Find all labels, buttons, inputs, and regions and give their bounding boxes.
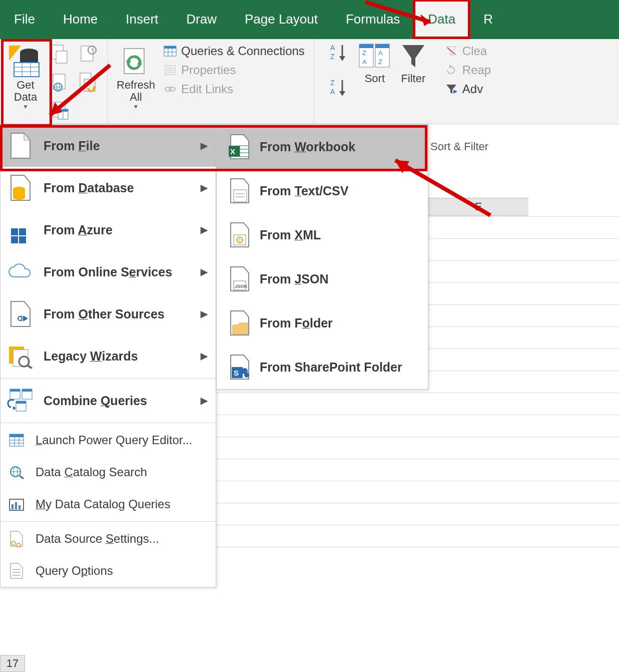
queries-connections-stack: Queries & Connections Properties Edit Li… [159,42,309,123]
refresh-all-button[interactable]: Refresh All ▼ [113,42,159,123]
menu-data-catalog-search[interactable]: Data Catalog Search [1,456,216,488]
submenu-arrow-icon: ▶ [201,266,208,277]
advanced-filter-button[interactable]: Adv [440,80,495,98]
tab-review-partial[interactable]: R [469,0,507,38]
ribbon-tabs: File Home Insert Draw Page Layout Formul… [0,0,619,39]
from-text-csv-small-button[interactable] [48,42,72,66]
advanced-filter-label: Adv [462,82,483,96]
sort-asc-icon: AZ [329,42,349,62]
menu-data-catalog-search-label: Data Catalog Search [36,465,147,479]
svg-point-67 [13,195,25,200]
row-header-17[interactable]: 17 [0,655,25,672]
recent-sources-small-button[interactable] [76,42,100,66]
get-data-icon [9,44,42,79]
menu-legacy-wizards[interactable]: Legacy Wizards ▶ [1,335,216,377]
tab-home[interactable]: Home [49,0,112,38]
folder-icon [227,309,252,337]
submenu-from-json[interactable]: JSON From JSON [217,257,428,301]
svg-rect-68 [11,228,18,235]
svg-line-79 [28,366,32,369]
reapply-icon [444,63,458,77]
menu-query-options[interactable]: Query Options [1,555,216,587]
xml-icon [227,221,252,249]
menu-from-azure-label: From Azure [44,223,113,237]
from-file-submenu: X From Workbook From Text/CSV From XML J… [216,124,428,390]
menu-from-other-sources[interactable]: From Other Sources ▶ [1,293,216,335]
from-table-small-button[interactable] [48,98,72,122]
ribbon-body: Get Data ▼ Re [0,39,619,124]
tab-page-layout[interactable]: Page Layout [231,0,332,38]
menu-data-source-settings[interactable]: Data Source Settings... [1,523,216,555]
svg-text:JSON: JSON [235,284,247,289]
sort-desc-button[interactable]: ZA [329,77,349,97]
tab-data[interactable]: Data [414,0,469,38]
svg-marker-86 [13,406,16,410]
menu-from-database[interactable]: From Database ▶ [1,167,216,209]
svg-marker-72 [11,301,30,326]
existing-connections-small-button[interactable] [76,70,100,94]
properties-button: Properties [159,61,309,79]
svg-rect-53 [375,44,389,48]
menu-from-online-services[interactable]: From Online Services ▶ [1,251,216,293]
tab-file[interactable]: File [0,0,49,38]
submenu-from-text-csv-label: From Text/CSV [260,184,348,198]
svg-marker-0 [9,46,21,61]
svg-marker-61 [453,90,457,94]
refresh-all-label: Refresh All [117,79,155,103]
tab-formulas[interactable]: Formulas [332,0,414,38]
submenu-arrow-icon: ▶ [201,308,208,319]
menu-separator [1,423,216,423]
sort-button[interactable]: ZAAZ Sort [358,42,391,85]
svg-rect-81 [10,389,20,392]
from-web-small-button[interactable] [48,70,72,94]
dropdown-caret-icon: ▼ [133,103,139,110]
svg-marker-43 [339,56,345,61]
svg-rect-10 [56,51,67,63]
svg-rect-88 [10,434,24,437]
menu-separator [1,378,216,379]
refresh-all-icon [121,44,151,79]
menu-launch-power-query-editor[interactable]: Launch Power Query Editor... [1,424,216,456]
submenu-from-xml-label: From XML [260,228,321,242]
menu-from-file[interactable]: From File ▶ [1,125,216,167]
svg-text:A: A [378,49,383,57]
queries-connections-button[interactable]: Queries & Connections [159,42,309,60]
menu-from-file-label: From File [44,139,100,153]
svg-line-96 [20,476,24,479]
svg-text:Z: Z [362,49,366,57]
get-data-dropdown: From File ▶ From Database ▶ From Azure ▶… [0,124,216,587]
submenu-from-folder[interactable]: From Folder [217,301,428,345]
reapply-button: Reap [440,61,495,79]
submenu-from-workbook[interactable]: X From Workbook [217,125,428,169]
dropdown-caret-icon: ▼ [23,103,29,110]
tab-insert[interactable]: Insert [112,0,172,38]
svg-text:A: A [330,44,335,52]
edit-links-icon [163,82,177,96]
column-header-e[interactable]: E [428,198,528,216]
svg-line-58 [447,48,455,55]
submenu-from-text-csv[interactable]: From Text/CSV [217,169,428,213]
menu-my-data-catalog-queries[interactable]: My Data Catalog Queries [1,488,216,520]
submenu-from-xml[interactable]: From XML [217,213,428,257]
workbook-icon: X [227,133,252,161]
submenu-from-json-label: From JSON [260,272,329,286]
get-data-small-buttons [48,42,102,123]
combine-queries-icon [7,387,35,415]
get-data-label: Get Data [14,79,37,103]
svg-rect-83 [22,389,32,392]
svg-rect-100 [19,505,21,509]
placeholder-small-button[interactable] [76,98,100,122]
submenu-from-sharepoint-folder[interactable]: S From SharePoint Folder [217,345,428,389]
get-data-button[interactable]: Get Data ▼ [5,42,46,123]
cloud-icon [7,258,35,286]
edit-links-label: Edit Links [181,82,233,96]
tab-draw[interactable]: Draw [172,0,231,38]
sort-asc-button[interactable]: AZ [329,42,349,62]
menu-from-azure[interactable]: From Azure ▶ [1,209,216,251]
svg-rect-71 [19,236,26,243]
submenu-arrow-icon: ▶ [201,224,208,235]
menu-combine-queries[interactable]: Combine Queries ▶ [1,380,216,422]
svg-point-75 [18,316,22,320]
svg-rect-70 [11,236,18,243]
filter-button[interactable]: Filter [400,42,426,85]
